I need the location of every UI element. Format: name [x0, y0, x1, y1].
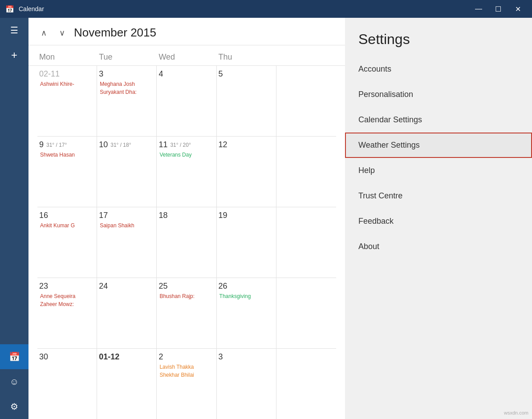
sidebar-calendar-button[interactable]: 📅: [0, 344, 28, 369]
calendar-icon: 📅: [9, 351, 20, 362]
titlebar: 📅 Calendar — ☐ ✕: [0, 0, 532, 18]
calendar-prev-button[interactable]: ∧: [37, 27, 50, 39]
sidebar: ☰ + 📅 ☺ ⚙: [0, 18, 28, 419]
cell-10[interactable]: 10 31° / 18°: [97, 137, 157, 207]
cell-17[interactable]: 17 Saipan Shaikh: [97, 207, 157, 278]
cell-16[interactable]: 16 Ankit Kumar G: [37, 207, 97, 278]
sidebar-smiley-button[interactable]: ☺: [0, 369, 28, 394]
day-header-wed: Wed: [157, 49, 216, 65]
cell-9[interactable]: 9 31° / 17° Shweta Hasan: [37, 137, 97, 207]
date-dec-2: 2: [158, 352, 214, 362]
event-meghana: Meghana Josh: [99, 81, 154, 88]
cell-r2-empty: [276, 137, 336, 207]
cell-02-11[interactable]: 02-11 Ashwini Khire-: [37, 66, 97, 136]
settings-trust-centre[interactable]: Trust Centre: [345, 183, 532, 209]
date-16: 16: [39, 211, 95, 220]
date-9: 9 31° / 17°: [39, 140, 95, 149]
cell-12[interactable]: 12: [217, 137, 276, 207]
date-24: 24: [99, 282, 154, 291]
calendar-grid: 02-11 Ashwini Khire- 3 Meghana Josh Sury…: [28, 66, 345, 419]
weather-10: 31° / 18°: [110, 142, 131, 148]
cell-26[interactable]: 26 Thanksgiving: [217, 278, 276, 348]
cell-dec-3[interactable]: 3: [217, 349, 276, 419]
cell-r1-empty: [276, 66, 336, 136]
event-veterans-day: Veterans Day: [158, 151, 214, 158]
date-01-12: 01-12: [99, 352, 154, 362]
date-4: 4: [158, 69, 214, 79]
settings-title: Settings: [345, 27, 532, 56]
cell-r5-empty: [276, 349, 336, 419]
event-saipan: Saipan Shaikh: [99, 222, 154, 229]
event-bhushan: Bhushan Rajp:: [158, 293, 214, 300]
calendar-row-5: 30 01-12 2 Lavish Thakka Shekhar Bhilai …: [37, 349, 336, 419]
event-anne: Anne Sequeira: [39, 293, 95, 300]
date-30: 30: [39, 352, 95, 362]
settings-personalisation[interactable]: Personalisation: [345, 82, 532, 107]
cell-30[interactable]: 30: [37, 349, 97, 419]
calendar-row-2: 9 31° / 17° Shweta Hasan 10 31° / 18° 11…: [37, 137, 336, 207]
menu-icon: ☰: [10, 25, 18, 36]
day-headers: Mon Tue Wed Thu: [28, 45, 345, 66]
cell-3[interactable]: 3 Meghana Josh Suryakant Dha:: [97, 66, 157, 136]
date-26: 26: [219, 282, 274, 291]
sidebar-add-button[interactable]: +: [0, 43, 28, 68]
cell-01-12[interactable]: 01-12: [97, 349, 157, 419]
settings-calendar-settings[interactable]: Calendar Settings: [345, 107, 532, 133]
day-header-thu: Thu: [217, 49, 276, 65]
cell-18[interactable]: 18: [157, 207, 216, 278]
settings-about[interactable]: About: [345, 234, 532, 259]
calendar-next-button[interactable]: ∨: [56, 27, 69, 39]
settings-weather-settings[interactable]: Weather Settings: [345, 133, 532, 158]
date-10: 10 31° / 18°: [99, 140, 154, 149]
settings-feedback[interactable]: Feedback: [345, 209, 532, 234]
calendar-row-3: 16 Ankit Kumar G 17 Saipan Shaikh 18 19: [37, 207, 336, 278]
cell-25[interactable]: 25 Bhushan Rajp:: [157, 278, 216, 348]
cell-24[interactable]: 24: [97, 278, 157, 348]
sidebar-settings-button[interactable]: ⚙: [0, 394, 28, 419]
settings-icon: ⚙: [10, 401, 18, 412]
date-12: 12: [219, 140, 274, 149]
calendar-row-1: 02-11 Ashwini Khire- 3 Meghana Josh Sury…: [37, 66, 336, 137]
date-23: 23: [39, 282, 95, 291]
date-11: 11 31° / 20°: [158, 140, 214, 149]
event-ankit: Ankit Kumar G: [39, 222, 95, 229]
event-shekhar: Shekhar Bhilai: [158, 371, 214, 379]
weather-11: 31° / 20°: [170, 142, 191, 148]
cell-r4-empty: [276, 278, 336, 348]
settings-accounts[interactable]: Accounts: [345, 56, 532, 82]
day-header-mon: Mon: [37, 49, 97, 65]
calendar-month-year: November 2015: [74, 26, 156, 40]
date-dec-3: 3: [219, 352, 274, 362]
cell-11[interactable]: 11 31° / 20° Veterans Day: [157, 137, 216, 207]
settings-help[interactable]: Help: [345, 158, 532, 183]
app-icon: 📅: [5, 5, 14, 13]
cell-23[interactable]: 23 Anne Sequeira Zaheer Mowz:: [37, 278, 97, 348]
day-header-tue: Tue: [97, 49, 157, 65]
add-icon: +: [11, 49, 17, 61]
event-zaheer: Zaheer Mowz:: [39, 301, 95, 308]
app-container: ☰ + 📅 ☺ ⚙ ∧ ∨ November 2015 Mon Tue Wed …: [0, 18, 532, 419]
date-25: 25: [158, 282, 214, 291]
smiley-icon: ☺: [10, 377, 19, 387]
sidebar-menu-button[interactable]: ☰: [0, 18, 28, 43]
date-17: 17: [99, 211, 154, 220]
cell-4[interactable]: 4: [157, 66, 216, 136]
event-lavish: Lavish Thakka: [158, 363, 214, 371]
settings-panel: Settings Accounts Personalisation Calend…: [345, 18, 532, 419]
event-thanksgiving: Thanksgiving: [219, 293, 274, 300]
minimize-button[interactable]: —: [470, 0, 487, 18]
date-3: 3: [99, 69, 154, 79]
maximize-button[interactable]: ☐: [489, 0, 507, 18]
weather-9: 31° / 17°: [46, 142, 67, 148]
calendar-row-4: 23 Anne Sequeira Zaheer Mowz: 24 25 Bhus…: [37, 278, 336, 349]
cell-19[interactable]: 19: [217, 207, 276, 278]
event-shweta: Shweta Hasan: [39, 151, 95, 158]
cell-5[interactable]: 5: [217, 66, 276, 136]
date-19: 19: [219, 211, 274, 220]
cell-r3-empty: [276, 207, 336, 278]
day-header-fri: [276, 49, 336, 65]
close-button[interactable]: ✕: [509, 0, 527, 18]
cell-dec-2[interactable]: 2 Lavish Thakka Shekhar Bhilai: [157, 349, 216, 419]
calendar-header: ∧ ∨ November 2015: [28, 18, 345, 45]
date-18: 18: [158, 211, 214, 220]
